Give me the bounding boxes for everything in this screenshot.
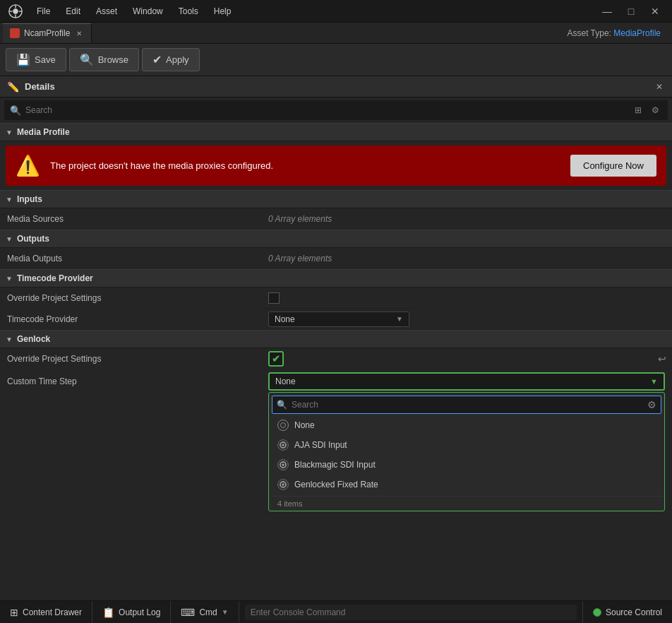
content-drawer-icon: ⊞ (10, 607, 18, 618)
status-bar: ⊞ Content Drawer 📋 Output Log ⌨ Cmd ▼ So… (0, 600, 672, 623)
prop-row-timecode-provider: Timecode Provider None ▼ (0, 309, 672, 330)
custom-time-step-dropdown[interactable]: None ▼ (268, 372, 665, 391)
prop-value-media-sources: 0 Array elements (268, 214, 665, 224)
override-genlock-checkbox[interactable]: ✔ (268, 351, 284, 367)
toolbar: 💾 Save 🔍 Browse ✔ Apply (0, 44, 672, 76)
section-arrow-outputs: ▼ (6, 235, 13, 243)
dropdown-item-genlocked[interactable]: Genlocked Fixed Rate (269, 475, 664, 494)
section-media-profile[interactable]: ▼ Media Profile (0, 123, 672, 141)
details-close-button[interactable]: ✕ (654, 81, 665, 93)
prop-label-media-sources: Media Sources (7, 214, 268, 224)
browse-button[interactable]: 🔍 Browse (69, 48, 139, 71)
section-inputs[interactable]: ▼ Inputs (0, 190, 672, 208)
save-button[interactable]: 💾 Save (6, 48, 66, 71)
dropdown-search-icon: 🔍 (277, 400, 287, 410)
source-control-button[interactable]: Source Control (582, 601, 672, 623)
section-timecode-provider[interactable]: ▼ Timecode Provider (0, 269, 672, 287)
menu-file[interactable]: File (30, 4, 57, 19)
error-text: The project doesn't have the media proxi… (50, 160, 560, 171)
none-icon (277, 420, 289, 431)
menu-window[interactable]: Window (126, 4, 170, 19)
content-drawer-button[interactable]: ⊞ Content Drawer (0, 601, 92, 623)
custom-time-step-popup: 🔍 ⚙ None AJA SDI Input (268, 392, 665, 511)
dropdown-item-blackmagic-label: Blackmagic SDI Input (294, 460, 376, 470)
menu-help[interactable]: Help (207, 4, 239, 19)
svg-point-9 (282, 464, 284, 466)
svg-point-11 (282, 484, 284, 486)
section-arrow-timecode: ▼ (6, 275, 13, 283)
dropdown-item-genlocked-label: Genlocked Fixed Rate (294, 480, 378, 490)
console-input[interactable] (245, 605, 577, 620)
aja-icon (277, 439, 289, 451)
menu-tools[interactable]: Tools (172, 4, 205, 19)
output-log-label: Output Log (119, 607, 160, 617)
search-options: ⊞ ⚙ (631, 103, 662, 117)
section-genlock[interactable]: ▼ Genlock (0, 330, 672, 348)
content-drawer-label: Content Drawer (23, 607, 82, 617)
dropdown-search-input[interactable] (292, 400, 643, 410)
search-gear-icon[interactable]: ⚙ (648, 103, 662, 117)
maximize-button[interactable]: □ (620, 4, 642, 18)
source-control-label: Source Control (606, 607, 662, 617)
svg-point-1 (13, 8, 18, 13)
menu-edit[interactable]: Edit (59, 4, 88, 19)
save-icon: 💾 (16, 53, 30, 66)
prop-label-override-genlock: Override Project Settings (7, 354, 268, 364)
override-timecode-checkbox[interactable] (268, 292, 280, 304)
custom-time-step-dropdown-arrow: ▼ (650, 377, 658, 386)
dropdown-item-none[interactable]: None (269, 415, 664, 435)
dropdown-item-aja[interactable]: AJA SDI Input (269, 435, 664, 455)
dropdown-search-bar: 🔍 ⚙ (272, 396, 661, 414)
timecode-provider-value: None (275, 314, 295, 324)
dropdown-gear-icon[interactable]: ⚙ (647, 399, 656, 410)
minimize-button[interactable]: — (596, 4, 618, 18)
section-title-inputs: Inputs (17, 194, 42, 204)
custom-time-step-selected: None (275, 376, 296, 386)
title-bar: File Edit Asset Window Tools Help — □ ✕ (0, 0, 672, 23)
blackmagic-icon (277, 459, 289, 470)
menu-asset[interactable]: Asset (89, 4, 124, 19)
dropdown-item-blackmagic[interactable]: Blackmagic SDI Input (269, 455, 664, 475)
section-title-outputs: Outputs (17, 234, 49, 244)
cmd-arrow-icon: ▼ (222, 608, 229, 616)
prop-label-timecode-provider: Timecode Provider (7, 314, 268, 324)
tab-close-button[interactable]: ✕ (74, 28, 84, 38)
dropdown-item-none-label: None (294, 420, 315, 430)
details-panel: ✏️ Details ✕ 🔍 ⊞ ⚙ ▼ Media Profile ⚠️ Th… (0, 76, 672, 600)
prop-row-media-outputs: Media Outputs 0 Array elements (0, 248, 672, 269)
custom-time-step-value: None ▼ 🔍 ⚙ None (268, 372, 665, 511)
app-logo (6, 1, 25, 21)
timecode-provider-dropdown[interactable]: None ▼ (268, 312, 409, 327)
close-button[interactable]: ✕ (644, 4, 666, 18)
source-control-status-icon (593, 608, 601, 617)
cmd-button[interactable]: ⌨ Cmd ▼ (171, 601, 239, 623)
asset-type-link[interactable]: MediaProfile (613, 28, 661, 38)
genlocked-icon (277, 479, 289, 490)
search-grid-icon[interactable]: ⊞ (631, 103, 645, 117)
section-outputs[interactable]: ▼ Outputs (0, 230, 672, 248)
configure-now-button[interactable]: Configure Now (570, 155, 656, 177)
apply-icon: ✔ (152, 53, 162, 66)
prop-label-custom-time-step: Custom Time Step (7, 372, 268, 386)
warning-icon: ⚠️ (16, 154, 40, 177)
svg-point-7 (282, 444, 284, 446)
tab-ncam-profile[interactable]: NcamProfile ✕ (3, 23, 92, 43)
tab-label: NcamProfile (24, 28, 70, 38)
details-header-icon: ✏️ (7, 81, 19, 93)
section-arrow: ▼ (6, 129, 13, 136)
prop-label-override-timecode: Override Project Settings (7, 293, 268, 303)
dropdown-item-count: 4 items (269, 496, 664, 511)
apply-button[interactable]: ✔ Apply (142, 48, 200, 71)
cmd-label: Cmd (199, 607, 217, 617)
section-title-media-profile: Media Profile (17, 127, 70, 137)
section-arrow-inputs: ▼ (6, 196, 13, 203)
prop-row-override-genlock: Override Project Settings ✔ ↩ (0, 348, 672, 369)
undo-icon[interactable]: ↩ (658, 353, 666, 364)
output-log-button[interactable]: 📋 Output Log (92, 601, 171, 623)
prop-label-media-outputs: Media Outputs (7, 254, 268, 263)
search-icon: 🔍 (10, 105, 21, 116)
cmd-icon: ⌨ (181, 607, 195, 618)
search-input[interactable] (25, 105, 627, 115)
error-banner: ⚠️ The project doesn't have the media pr… (6, 146, 666, 186)
check-icon: ✔ (272, 353, 280, 364)
